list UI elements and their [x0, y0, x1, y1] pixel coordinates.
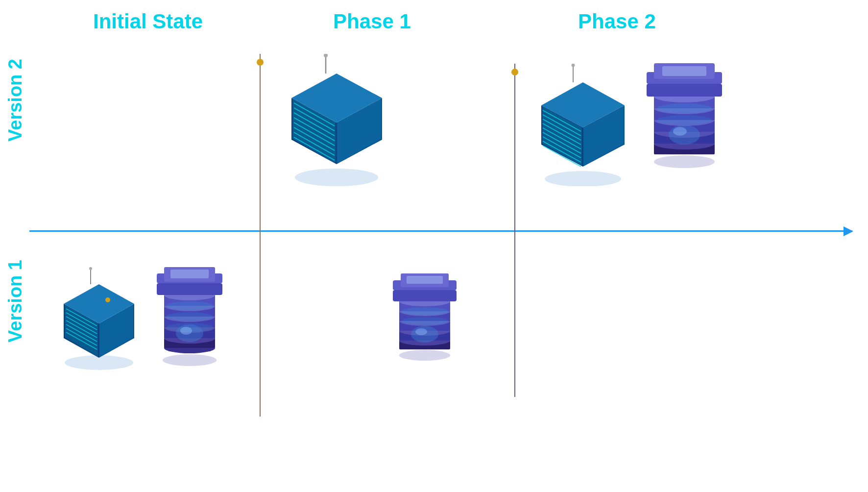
- svg-point-36: [180, 327, 192, 335]
- svg-point-52: [324, 54, 328, 57]
- svg-rect-31: [170, 270, 209, 278]
- svg-point-71: [401, 317, 448, 325]
- svg-point-104: [669, 125, 700, 145]
- svg-point-107: [657, 115, 712, 125]
- phase1-dot-top: [257, 59, 264, 66]
- svg-point-33: [166, 312, 213, 321]
- version1-label: Version 1: [5, 260, 26, 343]
- svg-rect-67: [407, 276, 443, 284]
- svg-point-106: [657, 103, 712, 113]
- svg-rect-64: [393, 290, 457, 301]
- server-v1-initial-cube: [54, 265, 145, 372]
- svg-point-16: [163, 354, 217, 366]
- server-v2-phase1-cube: [284, 54, 389, 186]
- svg-rect-103: [662, 66, 706, 76]
- svg-rect-100: [647, 84, 722, 97]
- svg-point-32: [166, 301, 213, 310]
- phase2-header: Phase 2: [578, 10, 656, 33]
- server-v1-initial-stack: [152, 255, 228, 368]
- server-v2-phase2-stack: [642, 47, 727, 169]
- svg-point-14: [89, 267, 92, 270]
- h-axis: [29, 230, 852, 232]
- svg-point-69: [415, 328, 427, 335]
- svg-point-88: [572, 64, 575, 67]
- svg-point-37: [295, 169, 378, 186]
- phase1-vline: [260, 54, 261, 417]
- svg-point-89: [654, 155, 715, 168]
- svg-point-53: [399, 350, 450, 361]
- svg-point-105: [673, 127, 687, 136]
- version2-label: Version 2: [5, 59, 26, 142]
- diagram-container: Initial State Phase 1 Phase 2 Version 2 …: [0, 0, 868, 492]
- initial-state-header: Initial State: [93, 10, 203, 33]
- phase1-header: Phase 1: [333, 10, 411, 33]
- svg-rect-28: [157, 283, 222, 295]
- server-v2-phase2-cube: [534, 64, 632, 186]
- server-v1-phase1-stack: [387, 260, 463, 363]
- svg-point-15: [105, 297, 110, 302]
- phase2-dot-top: [511, 69, 518, 75]
- svg-point-70: [401, 307, 448, 315]
- svg-point-72: [545, 171, 621, 186]
- phase2-vline: [514, 64, 515, 397]
